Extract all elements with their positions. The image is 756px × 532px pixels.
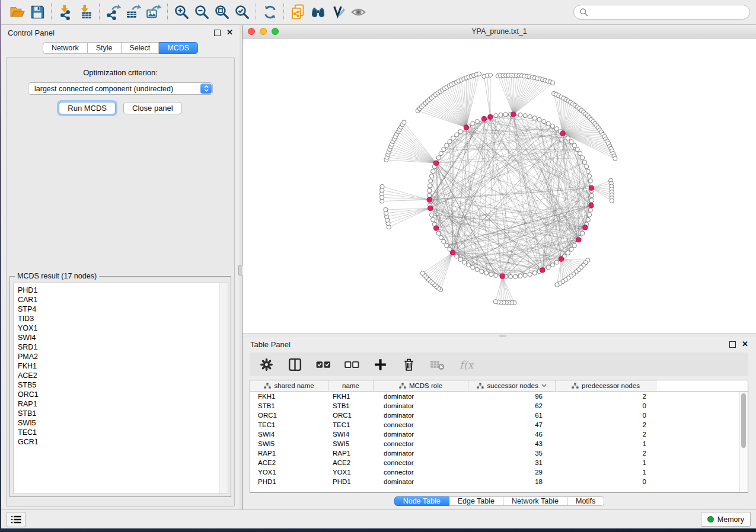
table-scrollbar[interactable] <box>739 392 748 492</box>
export-table-button[interactable] <box>123 3 143 22</box>
column-header-predecessor-nodes[interactable]: predecessor nodes <box>556 380 656 391</box>
cell-successor_nodes: 29 <box>468 469 556 476</box>
search-network-button[interactable] <box>308 3 328 22</box>
horizontal-splitter[interactable] <box>243 334 756 337</box>
mcds-result-item[interactable]: ACE2 <box>18 371 228 380</box>
cell-name: YOX1 <box>328 469 374 476</box>
table-panel-titlebar: Table Panel ✕ <box>243 337 756 351</box>
table-panel: Table Panel ✕ f(x) shared namenameMCDS r… <box>243 337 756 509</box>
memory-button[interactable]: Memory <box>701 512 751 527</box>
mcds-result-item[interactable]: STP4 <box>18 305 228 314</box>
zoom-selected-button[interactable] <box>232 3 252 22</box>
mcds-result-item[interactable]: YOX1 <box>18 323 228 333</box>
tab-network-table[interactable]: Network Table <box>503 496 567 506</box>
tab-motifs[interactable]: Motifs <box>567 496 604 506</box>
control-panel: Control Panel ✕ NetworkStyleSelectMCDS O… <box>1 25 240 509</box>
mcds-result-item[interactable]: TID3 <box>18 314 228 323</box>
status-bar: Memory <box>1 509 756 528</box>
zoom-fit-button[interactable] <box>212 3 232 22</box>
toolbar-separator <box>283 4 284 21</box>
close-panel-button[interactable]: Close panel <box>123 102 182 114</box>
mcds-result-item[interactable]: SRD1 <box>18 342 228 352</box>
mcds-result-item[interactable]: SWI5 <box>18 418 228 428</box>
zoom-out-button[interactable] <box>192 3 212 22</box>
mcds-result-item[interactable]: STB1 <box>18 409 228 418</box>
table-row[interactable]: ORC1ORC1dominator610 <box>250 411 748 420</box>
mcds-result-item[interactable]: PHD1 <box>18 286 228 295</box>
mcds-result-item[interactable]: PMA2 <box>18 352 228 361</box>
task-history-button[interactable] <box>7 512 25 527</box>
table-row[interactable]: YOX1YOX1connector291 <box>250 467 748 477</box>
open-file-button[interactable] <box>7 3 27 22</box>
clone-network-button[interactable] <box>288 3 308 22</box>
table-row[interactable]: TEC1TEC1connector472 <box>250 420 748 430</box>
attribute-tree-icon <box>264 383 271 389</box>
deselect-all-button[interactable] <box>344 357 360 373</box>
mcds-result-item[interactable]: ORC1 <box>18 390 228 399</box>
mcds-result-item[interactable]: RAP1 <box>18 399 228 409</box>
tab-network[interactable]: Network <box>43 42 88 54</box>
criterion-dropdown[interactable]: largest connected component (undirected) <box>28 82 213 95</box>
search-box[interactable] <box>573 5 750 20</box>
save-session-icon <box>30 4 46 20</box>
export-network-button[interactable] <box>103 3 123 22</box>
column-header-name[interactable]: name <box>328 380 374 391</box>
splitter-grip[interactable] <box>499 335 506 337</box>
mcds-result-item[interactable]: CAR1 <box>18 295 228 305</box>
float-panel-icon[interactable] <box>214 30 221 36</box>
column-header-successor-nodes[interactable]: successor nodes <box>468 380 556 391</box>
table-settings-button[interactable] <box>259 357 275 373</box>
column-header-MCDS-role[interactable]: MCDS role <box>374 380 468 391</box>
mcds-result-item[interactable]: SWI4 <box>18 333 228 342</box>
mcds-result-list[interactable]: PHD1CAR1STP4TID3YOX1SWI4SRD1PMA2FKH1ACE2… <box>13 283 228 494</box>
table-row[interactable]: SWI4SWI4dominator462 <box>250 430 748 439</box>
tab-style[interactable]: Style <box>88 42 122 54</box>
cell-predecessor_nodes: 2 <box>556 431 656 438</box>
table-row[interactable]: RAP1RAP1dominator352 <box>250 448 748 458</box>
network-canvas[interactable] <box>243 39 756 334</box>
search-input[interactable] <box>591 8 744 17</box>
cell-name: FKH1 <box>328 393 374 400</box>
cell-predecessor_nodes: 0 <box>556 412 656 419</box>
table-row[interactable]: STB1STB1dominator620 <box>250 401 748 411</box>
save-session-button[interactable] <box>27 3 47 22</box>
zoom-in-button[interactable] <box>171 3 192 22</box>
float-panel-icon[interactable] <box>729 341 736 348</box>
cell-mcds_role: connector <box>374 440 468 447</box>
column-header-shared-name[interactable]: shared name <box>250 380 328 391</box>
cell-successor_nodes: 35 <box>468 450 556 457</box>
tab-mcds[interactable]: MCDS <box>159 42 198 54</box>
import-table-button[interactable] <box>75 3 95 22</box>
close-panel-icon[interactable]: ✕ <box>227 30 233 36</box>
cell-predecessor_nodes: 1 <box>556 469 656 476</box>
cell-mcds_role: connector <box>374 421 468 428</box>
delete-column-button[interactable] <box>401 357 417 373</box>
svg-text:f(x): f(x) <box>460 358 474 370</box>
table-row[interactable]: ACE2ACE2connector311 <box>250 458 748 467</box>
table-row[interactable]: SWI5SWI5connector431 <box>250 439 748 448</box>
scrollbar-thumb[interactable] <box>741 393 746 448</box>
tab-edge-table[interactable]: Edge Table <box>449 496 503 506</box>
tab-node-table[interactable]: Node Table <box>394 496 449 506</box>
mcds-result-item[interactable]: GCR1 <box>18 437 228 447</box>
mcds-result-item[interactable]: TEC1 <box>18 428 228 437</box>
run-mcds-button[interactable]: Run MCDS <box>59 102 116 114</box>
mcds-result-item[interactable]: STB5 <box>18 380 228 390</box>
network-graph[interactable] <box>243 39 756 334</box>
select-all-button[interactable] <box>315 357 331 373</box>
cell-predecessor_nodes: 0 <box>556 478 656 485</box>
close-panel-icon[interactable]: ✕ <box>742 341 748 347</box>
import-network-button[interactable] <box>55 3 75 22</box>
mcds-list-scrollbar[interactable] <box>219 283 228 494</box>
show-hide-panels-button[interactable] <box>348 3 368 22</box>
export-image-button[interactable] <box>143 3 164 22</box>
table-row[interactable]: PHD1PHD1dominator180 <box>250 477 748 486</box>
show-columns-button[interactable] <box>287 357 303 373</box>
table-row[interactable]: FKH1FKH1dominator962 <box>250 392 748 401</box>
refresh-button[interactable] <box>260 3 280 22</box>
right-column: YPA_prune.txt_1 Table Panel ✕ f(x) <box>243 25 756 509</box>
mcds-result-item[interactable]: FKH1 <box>18 361 228 371</box>
tab-select[interactable]: Select <box>122 42 160 54</box>
toggle-graphics-details-button[interactable] <box>328 3 348 22</box>
add-column-button[interactable] <box>372 357 388 373</box>
